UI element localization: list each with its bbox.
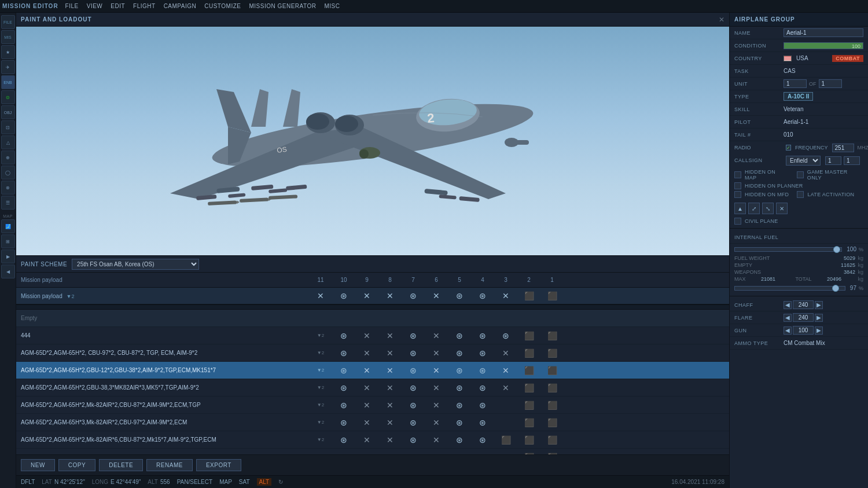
fuel-weight-value: 5029: [844, 255, 855, 261]
toolbar-up[interactable]: ▲: [734, 203, 746, 214]
radio-checkbox[interactable]: [786, 145, 791, 151]
flare-input[interactable]: [793, 313, 814, 322]
list-item[interactable]: AGM-65D*2,AGM-65H*2,TGP, ECM, AIM-9*2 ▼2…: [16, 449, 729, 454]
sidebar-empty-circle[interactable]: ◯: [1, 166, 15, 179]
civil-plane-checkbox[interactable]: [734, 218, 741, 225]
gun-input[interactable]: [793, 326, 814, 335]
flare-decrement[interactable]: ◀: [784, 314, 792, 322]
sidebar-lines[interactable]: ⊡: [1, 120, 15, 134]
menu-flight[interactable]: FLIGHT: [133, 3, 156, 9]
menu-file[interactable]: FILE: [65, 3, 79, 9]
svg-point-13: [306, 113, 329, 130]
callsign-select[interactable]: Enfield: [786, 156, 821, 166]
unit-total-input[interactable]: [819, 79, 842, 88]
fuel-slider-container: 100 %: [730, 244, 868, 255]
station-3: 3: [494, 277, 517, 283]
toolbar-collapse[interactable]: ⤡: [762, 203, 774, 214]
sidebar-airplane[interactable]: ✈: [1, 60, 15, 74]
toolbar-expand[interactable]: ⤢: [748, 203, 760, 214]
fuel-pct-sign: %: [859, 247, 863, 252]
chaff-increment[interactable]: ▶: [815, 301, 823, 309]
callsign-num2[interactable]: [844, 156, 860, 165]
callsign-row: CALLSIGN Enfield: [730, 154, 868, 167]
hidden-map-checkbox[interactable]: [734, 171, 741, 178]
refresh-icon[interactable]: ↻: [278, 479, 283, 485]
max-pct-slider-container: 97 %: [730, 282, 868, 293]
sidebar-nav1[interactable]: ▶: [1, 249, 15, 263]
toolbar-x[interactable]: ✕: [776, 203, 788, 214]
chaff-input[interactable]: [793, 300, 814, 309]
mission-payload-name: Mission payload ▼2: [16, 293, 309, 299]
loadout-stations: ▼2 ⊛ ✕ ✕ ⊛ ✕ ⊛ ⊛ ✕ ⬛ ⬛: [309, 348, 729, 358]
gun-decrement[interactable]: ◀: [784, 326, 792, 335]
svg-rect-24: [269, 195, 297, 200]
paint-scheme-select[interactable]: 25th FS Osan AB, Korea (OS): [72, 259, 199, 270]
empty-weight-row: EMPTY 11625 kg: [730, 262, 868, 269]
fuel-slider-thumb[interactable]: [833, 246, 840, 253]
copy-button[interactable]: COPY: [58, 459, 95, 471]
sidebar-map-icon[interactable]: 🗾: [1, 219, 15, 233]
gun-increment[interactable]: ▶: [815, 326, 823, 335]
status-alt-highlight: ALT: [257, 478, 272, 486]
list-item[interactable]: AGM-65D*2,AGM-65H*3,Mk-82AIR*2,CBU-97*2,…: [16, 414, 729, 431]
frequency-input[interactable]: [832, 144, 854, 152]
export-button[interactable]: EXPORT: [196, 459, 241, 471]
menu-edit[interactable]: EDIT: [111, 3, 125, 9]
fuel-slider[interactable]: [734, 247, 842, 252]
list-item[interactable]: 444 ▼2 ⊛ ✕ ✕ ⊛ ✕ ⊛ ⊛ ⊛ ⬛ ⬛: [16, 327, 729, 344]
list-item[interactable]: AGM-65D*2,AGM-65H*2,GBU-38,3*MK82AIR*3,M…: [16, 379, 729, 397]
list-item[interactable]: AGM-65D*2,AGM-65H*2, CBU-97*2, CBU-87*2,…: [16, 344, 729, 362]
mission-payload-row[interactable]: Mission payload ▼2 ✕ ⊛ ✕ ✕ ⊛ ✕ ⊛ ⊛ ✕ ⬛: [16, 288, 729, 305]
paint-scheme-bar: PAINT SCHEME 25th FS Osan AB, Korea (OS): [16, 255, 729, 273]
status-lat: LAT N 42°25'12": [42, 479, 84, 485]
list-item[interactable]: Empty: [16, 310, 729, 327]
sidebar-mis[interactable]: MIS: [1, 30, 15, 44]
menu-misc[interactable]: MISC: [324, 3, 340, 9]
sidebar-menu[interactable]: ☰: [1, 196, 15, 210]
paint-loadout-panel: PAINT AND LOADOUT ✕: [16, 13, 729, 475]
sidebar-obj[interactable]: OBJ: [1, 105, 15, 119]
sidebar-triangle[interactable]: △: [1, 135, 15, 149]
app-title: MISSION EDITOR: [2, 3, 58, 9]
status-long: LONG E 42°44'49": [92, 479, 141, 485]
menu-view[interactable]: VIEW: [87, 3, 103, 9]
chaff-decrement[interactable]: ◀: [784, 301, 792, 309]
flag-icon: [784, 56, 792, 61]
menu-mission-generator[interactable]: MISSION GENERATOR: [249, 3, 316, 9]
delete-button[interactable]: DELETE: [99, 459, 143, 471]
unit-input[interactable]: [784, 79, 807, 88]
sidebar-nav2[interactable]: ◀: [1, 265, 15, 278]
callsign-num1[interactable]: [825, 156, 841, 165]
sidebar-star[interactable]: ★: [1, 45, 15, 59]
flare-increment[interactable]: ▶: [815, 314, 823, 322]
list-item[interactable]: AGM-65D*2,AGM-65H*2,Mk-82AIR*2,CBU-87*2,…: [16, 397, 729, 414]
max-pct-slider[interactable]: [734, 286, 845, 291]
sidebar-circle[interactable]: ⊙: [1, 90, 15, 104]
sidebar-grid[interactable]: ⊞: [1, 234, 15, 248]
list-item[interactable]: AGM-65D*2,AGM-65H*2,Mk-82AIR*6,CBU-87*2,…: [16, 431, 729, 449]
menu-campaign[interactable]: CAMPAIGN: [164, 3, 197, 9]
hidden-mfd-checkbox[interactable]: [734, 191, 741, 198]
close-button[interactable]: ✕: [719, 16, 724, 24]
svg-marker-21: [237, 200, 240, 204]
name-input[interactable]: [784, 28, 863, 37]
station-8: 8: [378, 277, 402, 283]
new-button[interactable]: NEW: [21, 459, 55, 471]
loadout-area[interactable]: Mission payload 11 10 9 8 7 6 5 4 3 2 1: [16, 273, 729, 454]
list-item[interactable]: AGM-65D*2,AGM-65H*2,GBU-12*2,GBU-38*2,AI…: [16, 362, 729, 379]
gun-counter: ◀ ▶: [784, 326, 823, 335]
sidebar-cross[interactable]: ⊗: [1, 181, 15, 195]
sidebar-enb[interactable]: ENB: [1, 75, 15, 89]
hidden-planner-checkbox[interactable]: [734, 182, 741, 189]
station-4: 4: [471, 277, 494, 283]
rename-button[interactable]: RENAME: [146, 459, 193, 471]
status-pan-select: PAN/SELECT: [177, 479, 213, 485]
menu-customize[interactable]: CUSTOMIZE: [204, 3, 241, 9]
max-pct-thumb[interactable]: [832, 285, 839, 292]
game-master-checkbox[interactable]: [797, 171, 804, 178]
country-row: COUNTRY USA COMBAT: [730, 52, 868, 65]
late-activation-checkbox[interactable]: [797, 191, 804, 198]
sidebar-file[interactable]: FILE: [1, 15, 15, 29]
chaff-row: CHAFF ◀ ▶: [730, 299, 868, 311]
sidebar-plus[interactable]: ⊕: [1, 151, 15, 164]
